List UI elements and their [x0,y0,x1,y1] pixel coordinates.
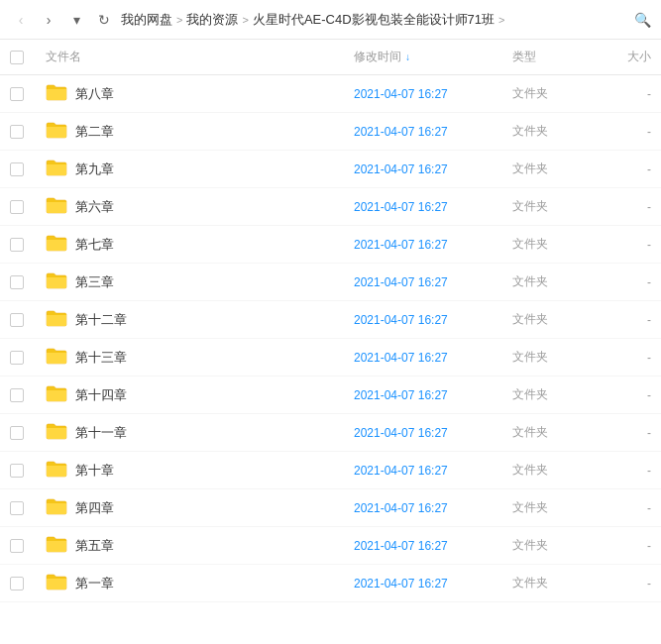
folder-icon [46,159,67,179]
row-checkbox[interactable] [10,426,24,440]
folder-icon [46,460,67,481]
table-row[interactable]: 第十四章 2021-04-07 16:27 文件夹 - [0,376,661,414]
table-row[interactable]: 第八章 2021-04-07 16:27 文件夹 - [0,75,661,113]
row-name-col: 第二章 [46,121,354,142]
forward-button[interactable]: › [38,9,59,31]
row-modified: 2021-04-07 16:27 [354,426,512,440]
table-row[interactable]: 第十二章 2021-04-07 16:27 文件夹 - [0,301,661,339]
row-checkbox[interactable] [10,313,24,327]
menu-button[interactable]: ▾ [65,9,87,31]
row-checkbox-col [10,87,46,101]
row-checkbox-col [10,238,46,252]
header-size[interactable]: 大小 [592,49,651,65]
row-size: - [592,426,651,440]
top-right-area: 🔍 [634,12,651,28]
row-checkbox-col [10,464,46,478]
breadcrumb-myresource[interactable]: 我的资源 [186,11,238,29]
row-checkbox[interactable] [10,87,24,101]
row-checkbox[interactable] [10,539,24,553]
refresh-button[interactable]: ↻ [93,9,115,31]
table-row[interactable]: 第二章 2021-04-07 16:27 文件夹 - [0,113,661,151]
folder-icon [46,271,67,292]
header-name[interactable]: 文件名 [46,49,354,65]
table-row[interactable]: 第九章 2021-04-07 16:27 文件夹 - [0,151,661,188]
row-type: 文件夹 [512,198,592,215]
row-type: 文件夹 [512,575,592,591]
row-checkbox[interactable] [10,238,24,252]
row-filename: 第四章 [75,499,114,517]
row-checkbox-col [10,501,46,515]
breadcrumb-mydisk[interactable]: 我的网盘 [121,11,172,29]
row-size: - [592,200,651,214]
folder-icon [46,309,67,330]
row-type: 文件夹 [512,311,592,328]
row-modified: 2021-04-07 16:27 [354,388,512,402]
row-checkbox-col [10,351,46,365]
table-row[interactable]: 第四章 2021-04-07 16:27 文件夹 - [0,489,661,527]
breadcrumb-current[interactable]: 火星时代AE-C4D影视包装全能设计师71班 [253,11,495,29]
row-modified: 2021-04-07 16:27 [354,125,512,139]
row-checkbox[interactable] [10,351,24,365]
folder-icon [46,83,67,104]
row-name-col: 第十章 [46,460,354,481]
row-checkbox-col [10,577,46,590]
row-modified: 2021-04-07 16:27 [354,501,512,515]
search-icon[interactable]: 🔍 [634,12,651,28]
row-type: 文件夹 [512,236,592,253]
row-checkbox[interactable] [10,275,24,289]
row-name-col: 第三章 [46,271,354,292]
header-type[interactable]: 类型 [512,49,592,65]
table-row[interactable]: 第五章 2021-04-07 16:27 文件夹 - [0,527,661,565]
row-name-col: 第十四章 [46,384,354,405]
row-checkbox[interactable] [10,200,24,214]
table-row[interactable]: 第六章 2021-04-07 16:27 文件夹 - [0,188,661,226]
row-modified: 2021-04-07 16:27 [354,539,512,553]
folder-icon [46,535,67,556]
row-type: 文件夹 [512,462,592,479]
row-filename: 第一章 [75,575,114,592]
row-filename: 第十一章 [75,424,127,442]
row-type: 文件夹 [512,161,592,177]
folder-icon [46,384,67,405]
row-size: - [592,125,651,139]
row-checkbox-col [10,275,46,289]
row-modified: 2021-04-07 16:27 [354,313,512,327]
row-filename: 第九章 [75,161,114,178]
row-size: - [592,388,651,402]
row-type: 文件夹 [512,424,592,441]
row-size: - [592,238,651,252]
row-filename: 第十二章 [75,311,127,329]
row-checkbox[interactable] [10,464,24,478]
row-checkbox[interactable] [10,501,24,515]
row-type: 文件夹 [512,386,592,403]
header-checkbox[interactable] [10,51,24,64]
row-modified: 2021-04-07 16:27 [354,275,512,289]
table-row[interactable]: 第十三章 2021-04-07 16:27 文件夹 - [0,339,661,376]
row-checkbox[interactable] [10,577,24,590]
row-filename: 第二章 [75,123,114,141]
header-modified[interactable]: 修改时间 ↓ [354,49,512,65]
row-size: - [592,313,651,327]
header-checkbox-col [10,51,46,64]
table-row[interactable]: 第一章 2021-04-07 16:27 文件夹 - [0,565,661,602]
breadcrumb-sep-1: > [176,14,182,26]
row-checkbox[interactable] [10,388,24,402]
row-filename: 第五章 [75,537,114,555]
table-row[interactable]: 第七章 2021-04-07 16:27 文件夹 - [0,226,661,264]
row-type: 文件夹 [512,273,592,290]
folder-icon [46,234,67,255]
top-bar: ‹ › ▾ ↻ 我的网盘 > 我的资源 > 火星时代AE-C4D影视包装全能设计… [0,0,661,40]
row-size: - [592,539,651,553]
row-checkbox-col [10,313,46,327]
row-checkbox[interactable] [10,125,24,139]
table-row[interactable]: 第三章 2021-04-07 16:27 文件夹 - [0,264,661,301]
row-filename: 第十四章 [75,386,127,404]
sort-down-icon: ↓ [405,52,410,62]
table-row[interactable]: 第十一章 2021-04-07 16:27 文件夹 - [0,414,661,452]
row-filename: 第十章 [75,462,114,480]
row-checkbox[interactable] [10,162,24,176]
table-body: 第八章 2021-04-07 16:27 文件夹 - 第二章 2021-04-0… [0,75,661,644]
folder-icon [46,497,67,518]
table-row[interactable]: 第十章 2021-04-07 16:27 文件夹 - [0,452,661,489]
back-button[interactable]: ‹ [10,9,32,31]
